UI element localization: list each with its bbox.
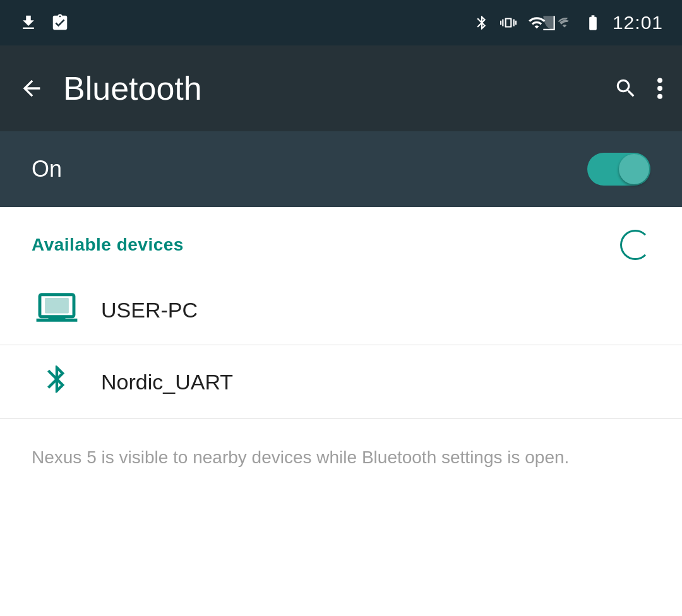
- device-name-user-pc: USER-PC: [101, 298, 198, 323]
- bluetooth-status-icon: [474, 13, 490, 32]
- clipboard-icon: [51, 13, 69, 32]
- status-bar-right-icons: 12:01: [474, 12, 663, 33]
- more-options-button[interactable]: [657, 76, 663, 100]
- page-title: Bluetooth: [63, 69, 614, 107]
- available-devices-header: Available devices: [0, 207, 682, 275]
- available-devices-label: Available devices: [32, 235, 184, 255]
- device-item-nordic-uart[interactable]: Nordic_UART: [0, 345, 682, 419]
- search-button[interactable]: [614, 76, 638, 100]
- header-actions: [614, 76, 663, 100]
- svg-rect-4: [45, 298, 69, 313]
- vibrate-icon: [500, 13, 517, 32]
- device-name-nordic-uart: Nordic_UART: [101, 370, 233, 394]
- status-time: 12:01: [613, 12, 663, 33]
- bluetooth-toggle[interactable]: [587, 153, 650, 186]
- laptop-icon: [32, 293, 82, 327]
- status-bar-left-icons: [19, 13, 69, 32]
- svg-point-1: [657, 86, 662, 91]
- bluetooth-toggle-label: On: [32, 156, 587, 182]
- battery-icon: [583, 14, 602, 32]
- footer-visibility-text: Nexus 5 is visible to nearby devices whi…: [0, 419, 682, 496]
- header-bar: Bluetooth: [0, 45, 682, 131]
- bluetooth-device-icon: [32, 363, 82, 401]
- svg-point-2: [657, 94, 662, 99]
- content-area: Available devices USER-PC Nordic_UART Ne…: [0, 207, 682, 496]
- svg-point-0: [657, 78, 662, 83]
- back-button[interactable]: [19, 76, 44, 101]
- device-item-user-pc[interactable]: USER-PC: [0, 275, 682, 345]
- status-bar: 12:01: [0, 0, 682, 45]
- download-icon: [19, 13, 38, 32]
- bluetooth-toggle-section: On: [0, 131, 682, 207]
- signal-icon: [557, 14, 573, 32]
- loading-spinner: [620, 230, 650, 260]
- footer-text-content: Nexus 5 is visible to nearby devices whi…: [32, 447, 569, 467]
- toggle-knob: [619, 154, 649, 184]
